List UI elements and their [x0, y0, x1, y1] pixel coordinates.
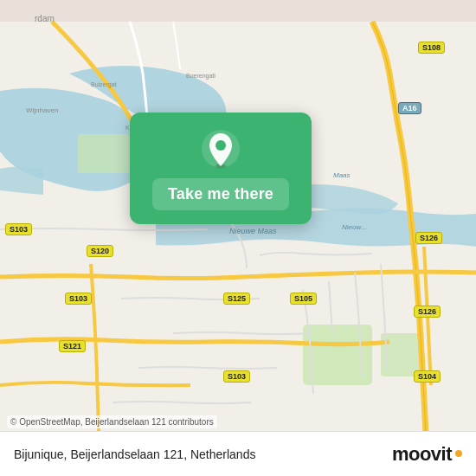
road-badge-s105: S105 [290, 293, 317, 305]
road-badge-s125: S125 [223, 293, 250, 305]
road-badge-s121: S121 [59, 340, 86, 352]
road-badge-s126-top: S126 [415, 232, 442, 244]
map-pin-icon [200, 128, 241, 170]
moovit-logo-text: moovit [392, 443, 452, 466]
road-badge-a16: A16 [398, 102, 421, 114]
map-container: Nieuwe Maas Nieuw... Wijnhaven Buizergat… [0, 0, 476, 476]
road-badge-s126-bot: S126 [414, 306, 441, 318]
road-badge-s103-bot: S103 [223, 370, 250, 383]
svg-text:Buizergat: Buizergat [91, 81, 117, 88]
svg-text:Nieuwe Maas: Nieuwe Maas [229, 227, 277, 235]
popup-card: Take me there [130, 113, 312, 224]
svg-text:Wijnhaven: Wijnhaven [26, 106, 58, 114]
road-badge-s103-mid: S103 [65, 293, 92, 305]
road-badge-s120: S120 [87, 245, 113, 257]
map-background: Nieuwe Maas Nieuw... Wijnhaven Buizergat… [0, 0, 476, 476]
moovit-logo-dot [455, 450, 462, 457]
svg-rect-3 [78, 134, 130, 173]
address-label: Bijunique, Beijerlandselaan 121, Netherl… [14, 447, 255, 461]
svg-point-15 [215, 140, 226, 151]
take-me-there-button[interactable]: Take me there [152, 178, 289, 210]
map-attribution: © OpenStreetMap, Beijerlandselaan 121 co… [7, 415, 217, 428]
road-badge-s104: S104 [414, 370, 441, 383]
svg-text:rdam: rdam [35, 14, 55, 23]
svg-text:Nieuw...: Nieuw... [342, 223, 366, 231]
svg-text:Maas: Maas [333, 171, 351, 179]
bottom-bar: Bijunique, Beijerlandselaan 121, Netherl… [0, 431, 476, 476]
svg-text:Boerengatl: Boerengatl [186, 73, 215, 80]
road-badge-s108: S108 [418, 42, 445, 54]
road-badge-s103-left: S103 [5, 223, 32, 235]
moovit-logo: moovit [392, 443, 462, 466]
